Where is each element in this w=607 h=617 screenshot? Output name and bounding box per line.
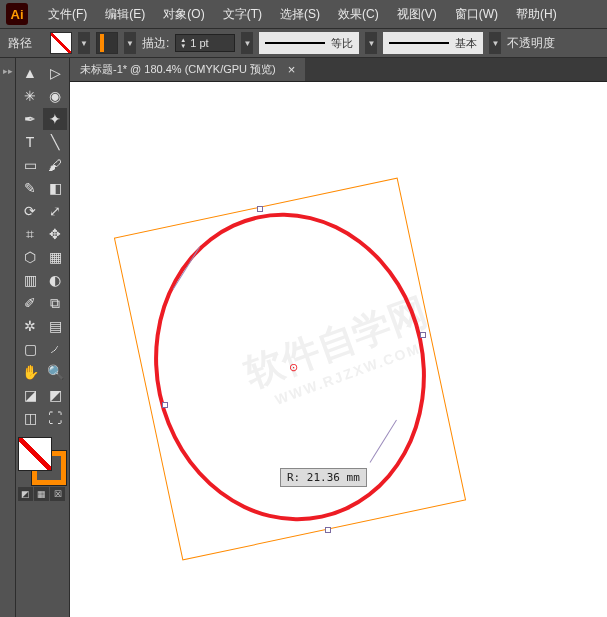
screen-mode[interactable]: ⛶ xyxy=(43,407,67,429)
none-mode-button[interactable]: ☒ xyxy=(50,487,65,501)
anchor-point[interactable] xyxy=(325,527,331,533)
perspective-grid-tool[interactable]: ▦ xyxy=(43,246,67,268)
mesh-tool[interactable]: ▥ xyxy=(18,269,42,291)
fill-dropdown[interactable]: ▼ xyxy=(78,32,90,54)
stroke-dropdown[interactable]: ▼ xyxy=(124,32,136,54)
menu-effect[interactable]: 效果(C) xyxy=(330,4,387,25)
menu-type[interactable]: 文字(T) xyxy=(215,4,270,25)
stroke-width-dropdown[interactable]: ▼ xyxy=(241,32,253,54)
menu-file[interactable]: 文件(F) xyxy=(40,4,95,25)
menu-object[interactable]: 对象(O) xyxy=(155,4,212,25)
shaper-tool[interactable]: ✎ xyxy=(18,177,42,199)
curvature-tool[interactable]: ✦ xyxy=(43,108,67,130)
eraser-tool[interactable]: ◧ xyxy=(43,177,67,199)
type-tool[interactable]: T xyxy=(18,131,42,153)
document-title: 未标题-1* @ 180.4% (CMYK/GPU 预览) xyxy=(80,62,276,77)
blend-tool[interactable]: ⧉ xyxy=(43,292,67,314)
stroke-width-input[interactable]: ▲▼1 pt xyxy=(175,34,235,52)
tools-panel: ▲ ▷ ✳ ◉ ✒ ✦ T ╲ ▭ 🖌 ✎ ◧ ⟳ ⤢ ⌗ ✥ ⬡ ▦ ▥ ◐ … xyxy=(16,58,70,617)
direct-selection-tool[interactable]: ▷ xyxy=(43,62,67,84)
zoom-tool[interactable]: 🔍 xyxy=(43,361,67,383)
menu-edit[interactable]: 编辑(E) xyxy=(97,4,153,25)
anchor-point[interactable] xyxy=(257,206,263,212)
profile-dropdown[interactable]: ▼ xyxy=(365,32,377,54)
brush-definition[interactable]: 基本 xyxy=(383,32,483,54)
center-point-icon: ⊙ xyxy=(288,362,298,372)
close-tab-icon[interactable]: × xyxy=(288,62,296,77)
column-graph-tool[interactable]: ▤ xyxy=(43,315,67,337)
menu-select[interactable]: 选择(S) xyxy=(272,4,328,25)
eyedropper-tool[interactable]: ✐ xyxy=(18,292,42,314)
options-bar: 路径 ▼ ▼ 描边: ▲▼1 pt ▼ 等比 ▼ 基本 ▼ 不透明度 xyxy=(0,28,607,58)
rectangle-tool[interactable]: ▭ xyxy=(18,154,42,176)
fill-color-swatch[interactable] xyxy=(18,437,52,471)
paintbrush-tool[interactable]: 🖌 xyxy=(43,154,67,176)
magic-wand-tool[interactable]: ✳ xyxy=(18,85,42,107)
default-fill-stroke[interactable]: ◩ xyxy=(43,384,67,406)
menu-help[interactable]: 帮助(H) xyxy=(508,4,565,25)
opacity-label: 不透明度 xyxy=(507,35,555,52)
symbol-sprayer-tool[interactable]: ✲ xyxy=(18,315,42,337)
selection-type-label: 路径 xyxy=(8,35,32,52)
gradient-tool[interactable]: ◐ xyxy=(43,269,67,291)
radius-tooltip: R: 21.36 mm xyxy=(280,468,367,487)
toggle-fill-stroke[interactable]: ◪ xyxy=(18,384,42,406)
anchor-point[interactable] xyxy=(420,332,426,338)
gradient-mode-button[interactable]: ▦ xyxy=(34,487,49,501)
pen-tool[interactable]: ✒ xyxy=(18,108,42,130)
app-logo: Ai xyxy=(6,3,28,25)
width-tool[interactable]: ⌗ xyxy=(18,223,42,245)
brush-dropdown[interactable]: ▼ xyxy=(489,32,501,54)
line-segment-tool[interactable]: ╲ xyxy=(43,131,67,153)
hand-tool[interactable]: ✋ xyxy=(18,361,42,383)
slice-tool[interactable]: ⟋ xyxy=(43,338,67,360)
stroke-label: 描边: xyxy=(142,35,169,52)
selection-tool[interactable]: ▲ xyxy=(18,62,42,84)
stroke-swatch[interactable] xyxy=(96,32,118,54)
artboard-tool[interactable]: ▢ xyxy=(18,338,42,360)
panel-collapse-strip[interactable]: ▸▸ xyxy=(0,58,16,617)
free-transform-tool[interactable]: ✥ xyxy=(43,223,67,245)
fill-stroke-control[interactable] xyxy=(18,437,66,485)
scale-tool[interactable]: ⤢ xyxy=(43,200,67,222)
shape-builder-tool[interactable]: ⬡ xyxy=(18,246,42,268)
document-tab[interactable]: 未标题-1* @ 180.4% (CMYK/GPU 预览) × xyxy=(70,58,305,81)
fill-swatch[interactable] xyxy=(50,32,72,54)
document-tab-bar: 未标题-1* @ 180.4% (CMYK/GPU 预览) × xyxy=(70,58,607,82)
variable-width-profile[interactable]: 等比 xyxy=(259,32,359,54)
menu-window[interactable]: 窗口(W) xyxy=(447,4,506,25)
menu-view[interactable]: 视图(V) xyxy=(389,4,445,25)
draw-mode[interactable]: ◫ xyxy=(18,407,42,429)
canvas[interactable]: 软件自学网 WWW.RJZXW.COM ⊙ R: 21.36 mm xyxy=(70,82,607,617)
anchor-point[interactable] xyxy=(162,402,168,408)
color-mode-button[interactable]: ◩ xyxy=(18,487,33,501)
main-menu: 文件(F) 编辑(E) 对象(O) 文字(T) 选择(S) 效果(C) 视图(V… xyxy=(40,4,565,25)
rotate-tool[interactable]: ⟳ xyxy=(18,200,42,222)
lasso-tool[interactable]: ◉ xyxy=(43,85,67,107)
expand-icon: ▸▸ xyxy=(3,66,13,76)
